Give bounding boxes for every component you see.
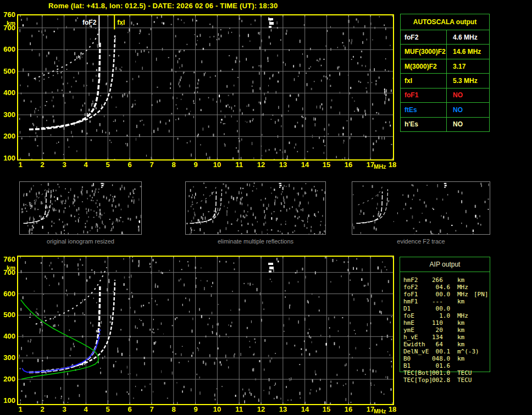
x-tick-13: 13	[278, 161, 288, 169]
aip-row-foF1: foF1 00.0MHz[PN]	[400, 291, 490, 298]
aip-param-value: 20	[432, 327, 443, 334]
thumbnail-eliminate-reflections	[185, 181, 326, 235]
autoscala-param-label: foF2	[401, 30, 447, 44]
x-tick-6: 6	[125, 406, 135, 413]
x-tick-6: 6	[125, 161, 135, 169]
thumbnail-caption-2: evidence F2 trace	[352, 238, 490, 245]
thumbnail-canvas-2	[352, 182, 490, 234]
aip-param-unit: MHz	[457, 291, 468, 298]
aip-param-name: TEC[Bot]	[403, 369, 433, 377]
y-tick-600: 600	[0, 46, 15, 53]
aip-param-unit: km	[457, 276, 464, 284]
aip-row-hmF2: hmF2266km	[400, 276, 490, 284]
autoscala-param-label: h'Es	[401, 118, 447, 131]
aip-row-TEC[Top]: TEC[Top]002.8TECU	[400, 377, 490, 384]
x-tick-16: 16	[343, 406, 353, 413]
aip-param-unit: km	[457, 319, 464, 327]
x-tick-16: 16	[343, 161, 353, 169]
autoscala-param-label: M(3000)F2	[401, 59, 447, 73]
x-tick-8: 8	[169, 161, 179, 169]
x-tick-18: 18	[387, 406, 397, 413]
y-tick-600: 600	[0, 290, 15, 298]
aip-param-name: foF1	[403, 291, 418, 298]
autoscala-param-value: 3.17	[447, 59, 489, 73]
aip-param-name: D1	[403, 305, 411, 312]
aip-param-unit: TECU	[457, 377, 472, 384]
autoscala-table-header: AUTOSCALA output	[401, 14, 489, 30]
aip-output-table: AIP output hmF2266kmfoF2 04.6MHzfoF1 00.…	[400, 257, 490, 372]
thumbnail-canvas-1	[186, 182, 325, 234]
x-axis-unit: MHz	[374, 407, 386, 415]
autoscala-row-ftEs: ftEsNO	[401, 103, 489, 117]
aip-table-header: AIP output	[400, 257, 490, 272]
trace-second-hop-reflection	[25, 187, 46, 205]
autoscala-param-value: 14.6 MHz	[447, 45, 489, 58]
y-tick-760: 760	[0, 256, 15, 263]
autoscala-param-label: fxI	[401, 74, 447, 87]
y-tick-300: 300	[0, 111, 15, 119]
aip-param-name: hmF1	[403, 298, 418, 305]
x-tick-3: 3	[59, 406, 69, 413]
y-tick-300: 300	[0, 354, 15, 362]
autoscala-row-h'Es: h'EsNO	[401, 118, 489, 131]
autoscala-param-value: 5.3 MHz	[447, 74, 489, 87]
y-tick-200: 200	[0, 132, 15, 140]
x-tick-5: 5	[103, 161, 113, 169]
x-axis-unit: MHz	[374, 163, 386, 170]
x-tick-18: 18	[387, 161, 397, 169]
autoscala-param-label: foF1	[401, 88, 447, 102]
aip-param-value: 001.0	[432, 369, 450, 377]
autoscala-param-label: ftEs	[401, 103, 447, 117]
autoscala-param-value: NO	[447, 103, 489, 117]
aip-param-name: B0	[403, 355, 411, 362]
aip-row-TEC[Bot]: TEC[Bot]001.0TECU	[400, 369, 490, 377]
autoscala-row-MUF(3000)F2: MUF(3000)F214.6 MHz	[401, 45, 489, 59]
y-tick-700: 700	[0, 24, 15, 32]
trace-F2-extraordinary-trace	[361, 189, 387, 223]
aip-row-ymE: ymE 20km	[400, 327, 490, 334]
aip-param-value: 64	[432, 341, 443, 348]
autoscala-output-table: AUTOSCALA output foF24.6 MHzMUF(3000)F21…	[400, 14, 490, 132]
aip-param-value: 110	[432, 319, 443, 327]
autoscala-row-foF1: foF1NO	[401, 88, 489, 103]
x-tick-11: 11	[234, 406, 244, 413]
autoscala-table-body: foF24.6 MHzMUF(3000)F214.6 MHzM(3000)F23…	[401, 30, 489, 131]
x-tick-15: 15	[322, 161, 331, 169]
y-tick-400: 400	[0, 333, 15, 340]
thumbnail-canvas-0	[20, 182, 141, 234]
trace-second-hop-reflection	[358, 187, 383, 205]
aip-param-name: DelN_vE	[403, 348, 429, 355]
y-tick-100: 100	[0, 154, 15, 162]
aip-param-name: foF2	[403, 284, 418, 291]
aip-param-value: 00.1	[432, 348, 450, 355]
marker-label-foF2: foF2	[82, 19, 97, 26]
aip-param-name: Ewidth	[403, 341, 425, 348]
aip-param-extra: [PN]	[474, 291, 489, 298]
aip-param-value: 002.8	[432, 377, 450, 384]
aip-param-unit: m^(-3)	[457, 348, 479, 355]
trace-second-hop-reflection	[192, 187, 217, 205]
aip-param-value: 01.6	[432, 362, 450, 369]
x-tick-14: 14	[300, 406, 310, 413]
x-tick-12: 12	[256, 406, 266, 413]
autoscala-param-value: NO	[447, 88, 489, 102]
autoscala-param-value: NO	[447, 118, 489, 131]
aip-row-B0: B0048.0km	[400, 355, 490, 362]
y-tick-200: 200	[0, 375, 15, 383]
thumbnail-caption-0: original ionogram resized	[19, 238, 142, 245]
page-title: Rome (lat: +41.8, lon: 012.5) - DATE: 20…	[48, 2, 278, 10]
trace-F2-extraordinary-trace	[195, 189, 222, 223]
y-tick-500: 500	[0, 311, 15, 319]
autoscala-app-window: Rome (lat: +41.8, lon: 012.5) - DATE: 20…	[0, 0, 532, 415]
ionogram-canvas-top: foF2fxI	[18, 15, 393, 159]
x-tick-10: 10	[212, 161, 222, 169]
autoscala-row-foF2: foF24.6 MHz	[401, 30, 489, 45]
x-tick-2: 2	[37, 406, 47, 413]
aip-param-name: B1	[403, 362, 411, 369]
thumbnail-caption-1: eliminate multiple reflections	[185, 238, 326, 245]
ionogram-canvas-bottom	[18, 257, 393, 404]
trace-F2-ordinary-trace	[24, 192, 47, 224]
aip-param-value: 048.0	[432, 355, 450, 362]
aip-param-value: 00.0	[432, 291, 450, 298]
aip-param-unit: km	[457, 298, 464, 305]
